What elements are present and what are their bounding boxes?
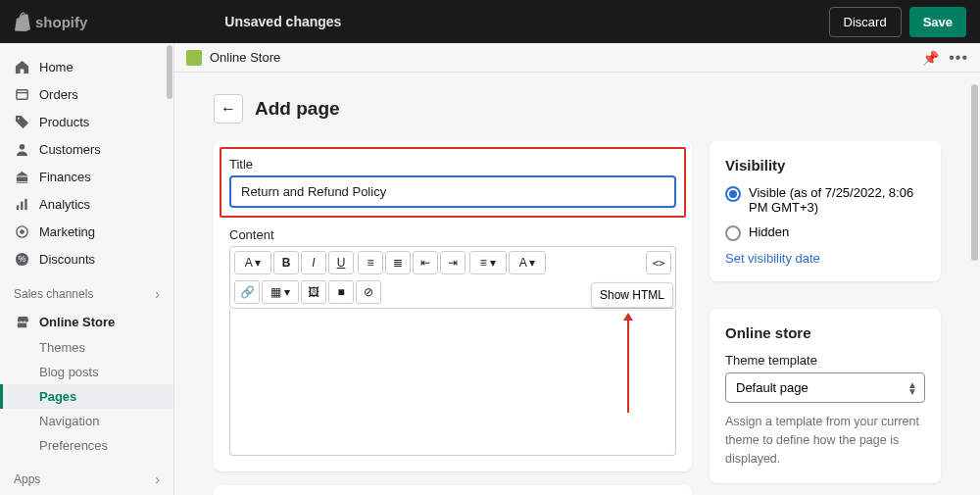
back-button[interactable]: ←	[214, 94, 243, 124]
chevron-right-icon: ›	[155, 471, 160, 487]
outdent-button[interactable]: ⇤	[413, 251, 438, 274]
svg-rect-2	[16, 205, 18, 210]
indent-button[interactable]: ⇥	[440, 251, 466, 274]
sidebar-sub-blog-posts[interactable]: Blog posts	[0, 360, 173, 384]
discounts-icon: %	[14, 251, 29, 267]
svg-rect-4	[24, 198, 26, 209]
table-dropdown[interactable]: ▦ ▾	[262, 280, 299, 304]
finances-icon	[14, 169, 29, 184]
products-icon	[14, 114, 29, 129]
video-button[interactable]: ■	[328, 280, 354, 304]
home-icon	[14, 59, 29, 74]
text-color-dropdown[interactable]: A ▾	[509, 251, 546, 274]
sidebar-item-home[interactable]: Home	[0, 53, 173, 80]
sidebar-sub-navigation[interactable]: Navigation	[0, 409, 173, 433]
radio-visible[interactable]: Visible (as of 7/25/2022, 8:06 PM GMT+3)	[725, 185, 925, 215]
set-visibility-date-link[interactable]: Set visibility date	[725, 251, 925, 266]
arrow-annotation	[627, 319, 629, 413]
image-button[interactable]: 🖼	[301, 280, 326, 304]
main-content: Online Store 📌 ••• ← Add page Title	[174, 43, 980, 495]
sidebar-item-label: Customers	[39, 142, 101, 157]
sidebar-item-label: Marketing	[39, 224, 95, 239]
bullet-list-button[interactable]: ≡	[358, 251, 383, 274]
align-dropdown[interactable]: ≡ ▾	[469, 251, 507, 274]
title-highlight-annotation: Title	[220, 147, 686, 218]
subheader-title: Online Store	[210, 50, 280, 65]
subheader: Online Store 📌 •••	[174, 43, 980, 73]
arrow-left-icon: ←	[220, 100, 236, 118]
sidebar-item-label: Analytics	[39, 197, 90, 212]
svg-point-1	[19, 143, 24, 149]
link-button[interactable]: 🔗	[234, 280, 260, 304]
content-label: Content	[229, 227, 676, 242]
theme-template-label: Theme template	[725, 353, 925, 368]
sidebar: Home Orders Products Customers Finances …	[0, 43, 174, 495]
sidebar-item-label: Orders	[39, 87, 78, 102]
sidebar-item-products[interactable]: Products	[0, 108, 173, 135]
online-store-heading: Online store	[725, 324, 925, 341]
more-actions-icon[interactable]: •••	[949, 49, 968, 67]
marketing-icon	[14, 223, 29, 239]
sidebar-item-label: Discounts	[39, 252, 95, 267]
apps-header[interactable]: Apps ›	[0, 458, 173, 493]
radio-label: Hidden	[749, 224, 789, 239]
analytics-icon	[14, 196, 29, 212]
radio-hidden[interactable]: Hidden	[725, 224, 925, 241]
radio-checked-icon	[725, 186, 741, 202]
sidebar-item-label: Finances	[39, 170, 91, 184]
customers-icon	[14, 141, 29, 157]
sidebar-scrollbar[interactable]	[167, 45, 172, 99]
sidebar-item-label: Online Store	[39, 315, 115, 329]
sidebar-item-finances[interactable]: Finances	[0, 163, 173, 190]
sidebar-item-label: Home	[39, 60, 74, 74]
sidebar-sub-pages[interactable]: Pages	[0, 384, 173, 409]
sidebar-item-analytics[interactable]: Analytics	[0, 190, 173, 218]
sales-channels-header[interactable]: Sales channels ›	[0, 272, 173, 308]
visibility-heading: Visibility	[725, 157, 925, 173]
online-store-card: Online store Theme template Default page…	[710, 309, 941, 483]
sidebar-item-discounts[interactable]: %Discounts	[0, 245, 173, 272]
top-bar: shopify Unsaved changes Discard Save	[0, 0, 980, 43]
pin-icon[interactable]: 📌	[922, 50, 939, 66]
sidebar-item-customers[interactable]: Customers	[0, 135, 173, 163]
sidebar-sub-themes[interactable]: Themes	[0, 335, 173, 360]
chevron-right-icon: ›	[155, 286, 160, 302]
section-label-text: Sales channels	[14, 287, 93, 301]
format-dropdown[interactable]: A ▾	[234, 251, 271, 274]
radio-label: Visible (as of 7/25/2022, 8:06 PM GMT+3)	[749, 185, 925, 215]
visibility-card: Visibility Visible (as of 7/25/2022, 8:0…	[710, 141, 941, 281]
underline-button[interactable]: U	[328, 251, 354, 274]
brand-name: shopify	[35, 14, 87, 30]
discard-button[interactable]: Discard	[829, 7, 902, 37]
store-icon	[14, 314, 29, 329]
italic-button[interactable]: I	[301, 251, 326, 274]
sidebar-item-orders[interactable]: Orders	[0, 80, 173, 108]
svg-text:%: %	[18, 254, 25, 264]
bold-button[interactable]: B	[273, 251, 299, 274]
shopify-logo: shopify	[14, 12, 87, 31]
clear-format-button[interactable]: ⊘	[356, 280, 381, 304]
template-helper-text: Assign a template from your current them…	[725, 413, 925, 468]
radio-unchecked-icon	[725, 225, 741, 241]
show-html-button[interactable]: <>	[646, 251, 671, 274]
content-editor[interactable]	[229, 309, 676, 456]
sidebar-item-label: Products	[39, 115, 89, 129]
save-button[interactable]: Save	[909, 7, 966, 37]
title-label: Title	[229, 157, 676, 172]
section-label-text: Apps	[14, 472, 40, 486]
svg-rect-3	[21, 201, 23, 209]
online-store-app-icon	[186, 50, 202, 66]
theme-template-select[interactable]: Default page	[725, 372, 925, 403]
sidebar-item-marketing[interactable]: Marketing	[0, 218, 173, 245]
page-title: Add page	[255, 98, 340, 120]
show-html-tooltip: Show HTML	[591, 282, 673, 308]
svg-rect-0	[16, 89, 26, 98]
select-arrows-icon: ▲▼	[907, 381, 917, 395]
numbered-list-button[interactable]: ≣	[385, 251, 411, 274]
main-scrollbar[interactable]	[971, 84, 978, 261]
orders-icon	[14, 86, 29, 102]
unsaved-changes-label: Unsaved changes	[224, 14, 341, 29]
title-input[interactable]	[229, 175, 676, 208]
sidebar-sub-preferences[interactable]: Preferences	[0, 433, 173, 458]
sidebar-item-online-store[interactable]: Online Store	[0, 308, 173, 335]
